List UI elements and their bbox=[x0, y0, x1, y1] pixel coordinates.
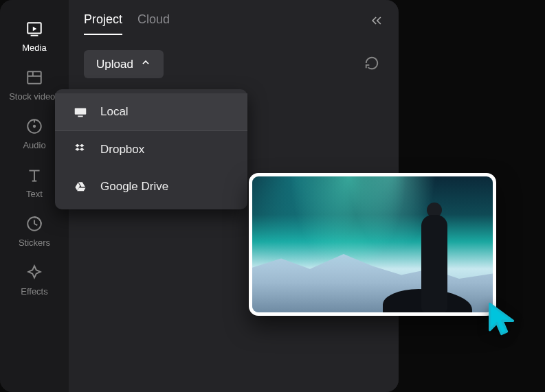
upload-option-dropbox[interactable]: Dropbox bbox=[55, 131, 247, 168]
action-row: Upload bbox=[84, 50, 383, 78]
sidebar-item-stickers[interactable]: Stickers bbox=[4, 207, 65, 253]
tab-project[interactable]: Project bbox=[84, 12, 122, 35]
upload-dropdown: Local Dropbox Google Drive bbox=[55, 89, 247, 209]
sidebar-item-label: Audio bbox=[23, 140, 45, 150]
tab-row: Project Cloud bbox=[84, 12, 383, 35]
upload-option-label: Local bbox=[100, 105, 129, 119]
sidebar-item-label: Text bbox=[26, 189, 43, 199]
svg-rect-14 bbox=[75, 108, 87, 115]
audio-icon bbox=[25, 117, 44, 136]
cursor-pointer-icon bbox=[485, 301, 522, 341]
upload-button[interactable]: Upload bbox=[84, 50, 164, 78]
upload-option-google-drive[interactable]: Google Drive bbox=[55, 168, 247, 205]
upload-option-label: Dropbox bbox=[100, 143, 144, 157]
chevron-up-icon bbox=[140, 57, 151, 71]
dropbox-icon bbox=[73, 142, 88, 157]
sidebar-item-media[interactable]: Media bbox=[4, 12, 65, 58]
svg-point-6 bbox=[33, 125, 36, 128]
sidebar-item-effects[interactable]: Effects bbox=[4, 256, 65, 302]
refresh-button[interactable] bbox=[360, 51, 383, 78]
stickers-icon bbox=[25, 214, 44, 233]
sidebar-item-label: Effects bbox=[21, 286, 48, 297]
svg-rect-2 bbox=[27, 71, 41, 83]
sidebar-item-label: Stickers bbox=[19, 238, 50, 248]
tab-cloud[interactable]: Cloud bbox=[137, 12, 170, 35]
stock-videos-icon bbox=[25, 68, 44, 87]
effects-icon bbox=[25, 263, 44, 282]
text-icon bbox=[25, 165, 44, 185]
svg-line-13 bbox=[34, 224, 37, 225]
upload-button-label: Upload bbox=[96, 58, 133, 71]
upload-option-local[interactable]: Local bbox=[55, 93, 247, 131]
svg-rect-15 bbox=[78, 116, 82, 117]
upload-option-label: Google Drive bbox=[100, 180, 168, 194]
media-preview-thumbnail[interactable] bbox=[249, 173, 496, 316]
person-silhouette bbox=[416, 203, 453, 312]
collapse-panel-icon[interactable] bbox=[370, 14, 383, 30]
media-icon bbox=[25, 19, 44, 38]
sidebar-item-label: Stock videos bbox=[9, 91, 60, 102]
sidebar-item-label: Media bbox=[22, 43, 46, 53]
google-drive-icon bbox=[73, 179, 88, 194]
local-icon bbox=[73, 104, 88, 119]
